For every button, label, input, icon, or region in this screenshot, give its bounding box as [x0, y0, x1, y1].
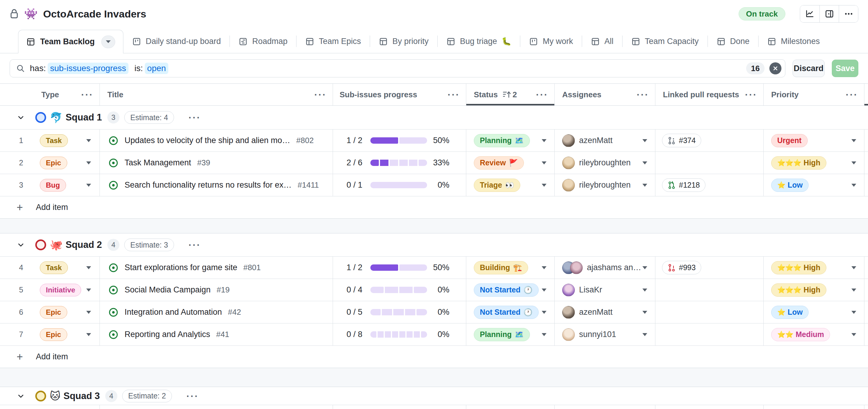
issue-title[interactable]: Social Media Campaign	[125, 285, 211, 295]
priority-pill[interactable]: ⭐⭐⭐High	[771, 261, 826, 274]
tab-milestones[interactable]: Milestones	[758, 30, 829, 53]
column-menu-icon[interactable]: ···	[314, 90, 327, 99]
chevron-down-icon[interactable]	[851, 184, 856, 187]
column-menu-icon[interactable]: ···	[536, 90, 548, 99]
filter-query[interactable]: has:sub-issues-progress is:open	[30, 63, 741, 74]
status-badge[interactable]: On track	[739, 7, 786, 21]
column-header-sub-issues-progress[interactable]: Sub-issues progress···	[333, 84, 466, 105]
group-menu-icon[interactable]: ···	[186, 391, 199, 401]
pr-pill[interactable]: #374	[662, 134, 701, 147]
column-menu-icon[interactable]: ···	[447, 90, 460, 99]
chevron-down-icon[interactable]	[86, 311, 91, 314]
insights-icon[interactable]	[800, 5, 819, 22]
assignee-name[interactable]: azenMatt	[579, 307, 613, 317]
column-header-priority[interactable]: Priority···	[763, 84, 864, 105]
tab-options-chevron[interactable]	[101, 36, 115, 48]
type-pill[interactable]: Task	[40, 134, 68, 147]
collapse-chevron-icon[interactable]	[17, 113, 25, 122]
assignee-name[interactable]: rileybroughten	[579, 158, 631, 167]
chevron-down-icon[interactable]	[542, 184, 547, 187]
assignee-name[interactable]: ajashams and…	[587, 263, 642, 272]
chevron-down-icon[interactable]	[642, 311, 647, 314]
tab-by-priority[interactable]: By priority	[370, 30, 437, 53]
chevron-down-icon[interactable]	[86, 162, 91, 165]
priority-pill[interactable]: ⭐⭐⭐High	[771, 283, 826, 297]
priority-pill[interactable]: ⭐⭐⭐High	[771, 156, 826, 170]
issue-title[interactable]: Integration and Automation	[125, 307, 222, 317]
status-pill[interactable]: Planning🗺️	[474, 134, 530, 147]
assignee-name[interactable]: azenMatt	[579, 136, 613, 145]
save-button[interactable]: Save	[832, 60, 858, 77]
chevron-down-icon[interactable]	[542, 333, 547, 336]
chevron-down-icon[interactable]	[851, 139, 856, 142]
column-header-title[interactable]: Title···	[99, 84, 333, 105]
priority-pill[interactable]: Urgent	[771, 134, 808, 147]
side-panel-icon[interactable]	[819, 5, 839, 22]
status-pill[interactable]: Not Started🕐	[474, 306, 539, 319]
tab-team-epics[interactable]: Team Epics	[297, 30, 370, 53]
status-pill[interactable]: Triage👀	[474, 179, 520, 192]
chevron-down-icon[interactable]	[642, 184, 647, 187]
chevron-down-icon[interactable]	[851, 333, 856, 336]
chevron-down-icon[interactable]	[542, 162, 547, 165]
chevron-down-icon[interactable]	[86, 333, 91, 336]
clear-filter-icon[interactable]	[769, 62, 781, 74]
tab-daily-stand-up-board[interactable]: Daily stand-up board	[123, 30, 229, 53]
column-menu-icon[interactable]: ···	[637, 90, 649, 99]
status-pill[interactable]: Building🏗️	[474, 261, 528, 274]
assignee-name[interactable]: LisaKr	[579, 285, 602, 295]
tab-done[interactable]: Done	[708, 30, 758, 53]
collapse-chevron-icon[interactable]	[17, 392, 25, 400]
type-pill[interactable]: Epic	[40, 306, 67, 319]
group-menu-icon[interactable]: ···	[188, 240, 201, 250]
status-pill[interactable]: Not Started🕐	[474, 283, 539, 297]
add-item-row[interactable]: + Add item	[0, 196, 868, 219]
tab-my-work[interactable]: My work	[520, 30, 582, 53]
collapse-chevron-icon[interactable]	[17, 241, 25, 249]
tab-roadmap[interactable]: Roadmap	[230, 30, 296, 53]
tab-all[interactable]: All	[582, 30, 622, 53]
column-menu-icon[interactable]: ···	[745, 90, 757, 99]
issue-title[interactable]: Search functionality returns no results …	[125, 180, 292, 190]
chevron-down-icon[interactable]	[86, 266, 91, 269]
chevron-down-icon[interactable]	[642, 288, 647, 292]
chevron-down-icon[interactable]	[851, 266, 856, 269]
chevron-down-icon[interactable]	[542, 288, 547, 292]
add-item-row[interactable]: + Add item	[0, 346, 868, 368]
type-pill[interactable]: Epic	[40, 157, 67, 169]
issue-title[interactable]: Reporting and Analytics	[125, 330, 210, 339]
column-menu-icon[interactable]: ···	[846, 90, 858, 99]
assignee-name[interactable]: rileybroughten	[579, 180, 631, 190]
status-pill[interactable]: Planning🗺️	[474, 328, 530, 341]
chevron-down-icon[interactable]	[542, 266, 547, 269]
filter-input[interactable]: has:sub-issues-progress is:open 16	[10, 59, 785, 77]
issue-title[interactable]: Task Management	[125, 158, 191, 167]
type-pill[interactable]: Initiative	[40, 284, 81, 296]
tab-bug-triage[interactable]: Bug triage 🐛	[438, 30, 520, 53]
chevron-down-icon[interactable]	[542, 139, 547, 142]
priority-pill[interactable]: ⭐Low	[771, 306, 809, 319]
chevron-down-icon[interactable]	[642, 333, 647, 336]
issue-title[interactable]: Start explorations for game site	[125, 263, 237, 272]
pr-pill[interactable]: #993	[662, 261, 701, 274]
type-pill[interactable]: Task	[40, 262, 68, 274]
type-pill[interactable]: Bug	[40, 179, 66, 192]
column-header-status[interactable]: Status 2 ···	[466, 84, 554, 105]
type-pill[interactable]: Epic	[40, 328, 67, 341]
column-header-linked-pull-requests[interactable]: Linked pull requests···	[655, 84, 763, 105]
group-menu-icon[interactable]: ···	[188, 113, 201, 122]
chevron-down-icon[interactable]	[851, 162, 856, 165]
status-pill[interactable]: Review🚩	[474, 156, 524, 170]
chevron-down-icon[interactable]	[86, 184, 91, 187]
priority-pill[interactable]: ⭐Low	[771, 179, 809, 192]
priority-pill[interactable]: ⭐⭐Medium	[771, 328, 830, 341]
column-header-type[interactable]: Type···	[0, 84, 99, 105]
column-header-assignees[interactable]: Assignees···	[554, 84, 655, 105]
chevron-down-icon[interactable]	[542, 311, 547, 314]
chevron-down-icon[interactable]	[851, 288, 856, 292]
kebab-menu-icon[interactable]	[839, 5, 858, 22]
tab-team-backlog[interactable]: Team Backlog	[18, 30, 123, 53]
column-menu-icon[interactable]: ···	[81, 90, 93, 99]
chevron-down-icon[interactable]	[86, 139, 91, 142]
chevron-down-icon[interactable]	[86, 288, 91, 292]
